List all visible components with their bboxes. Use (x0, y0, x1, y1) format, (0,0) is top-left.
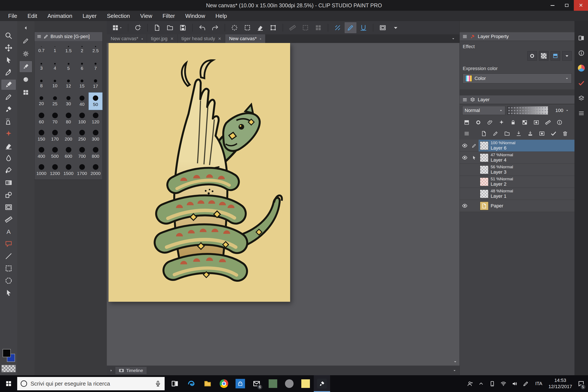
redo-button[interactable] (210, 22, 221, 33)
brush-size-700[interactable]: 700 (75, 144, 89, 162)
tab-close-icon[interactable]: × (170, 36, 174, 42)
rotate-canvas-button[interactable] (132, 22, 143, 33)
layer-row-layer-6[interactable]: 100 %NormalLayer 6 (460, 140, 575, 152)
hidden-icons-tray-icon[interactable] (476, 375, 486, 392)
materials-button[interactable] (20, 87, 32, 98)
balloon-tool[interactable] (2, 239, 16, 249)
menu-selection[interactable]: Selection (102, 11, 135, 21)
action-center-button[interactable]: 5 (574, 375, 588, 392)
new-vector-layer-button[interactable] (490, 129, 500, 138)
brush-size-40[interactable]: 40 (75, 93, 89, 110)
brush-size-70[interactable]: 70 (48, 110, 62, 127)
save-file-button[interactable] (177, 22, 188, 33)
task-view-button[interactable] (167, 375, 183, 392)
brush-size-30[interactable]: 30 (62, 93, 75, 110)
panel-menu-icon[interactable] (37, 34, 42, 39)
navigator-button[interactable] (20, 74, 32, 85)
canvas-tab[interactable]: tiger.jpg× (147, 34, 178, 43)
object-tool[interactable] (2, 288, 16, 298)
edge-button[interactable] (183, 375, 200, 392)
create-mask-button[interactable] (537, 129, 547, 138)
brush-size-150[interactable]: 150 (34, 127, 48, 144)
brush-size-600[interactable]: 600 (62, 144, 75, 162)
canvas-area[interactable] (107, 43, 460, 366)
tool-settings-button[interactable] (20, 48, 32, 59)
opacity-stepper[interactable] (566, 109, 569, 112)
brush-size-10[interactable]: 10 (48, 76, 62, 93)
layer-row-layer-2[interactable]: 51 %NormalLayer 2 (460, 176, 575, 188)
taskbar-clock[interactable]: 14:53 12/12/2017 (546, 378, 574, 390)
menu-edit[interactable]: Edit (22, 11, 42, 21)
menu-window[interactable]: Window (180, 11, 210, 21)
transparent-color-swatch[interactable] (2, 365, 16, 372)
menu-help[interactable]: Help (210, 11, 232, 21)
layer-row-layer-4[interactable]: 47 %NormalLayer 4 (460, 152, 575, 164)
effect-expand-button[interactable] (562, 51, 572, 60)
gradient-tool[interactable] (2, 178, 16, 188)
palette-settings-button[interactable] (462, 129, 472, 138)
selection-launcher-button[interactable] (268, 22, 279, 33)
fill-tool[interactable] (2, 166, 16, 175)
menu-file[interactable]: File (3, 11, 22, 21)
workspace-button[interactable] (110, 22, 124, 33)
brush-size-1200[interactable]: 1200 (48, 162, 62, 178)
brush-size-15[interactable]: 15 (75, 76, 89, 93)
layer-row-main[interactable]: Paper (478, 200, 575, 212)
taskbar-search[interactable]: Scrivi qui per eseguire la ricerca (17, 377, 164, 390)
dock-collapse-button[interactable] (20, 23, 32, 33)
layer-visibility-toggle[interactable] (460, 176, 470, 188)
brush-size-1000[interactable]: 1000 (34, 162, 48, 178)
brush-size-2_5[interactable]: 2.5 (89, 41, 102, 58)
brush-size-50[interactable]: 50 (89, 93, 102, 110)
new-raster-layer-button[interactable] (478, 129, 489, 138)
layer-color-button[interactable] (550, 51, 560, 60)
layer-visibility-toggle[interactable] (460, 140, 470, 152)
expression-color-dropdown[interactable]: Color (463, 74, 572, 84)
panel-menu-icon[interactable] (462, 34, 468, 39)
select-dots-button[interactable] (229, 22, 240, 33)
brush-size-400[interactable]: 400 (34, 144, 48, 162)
brush-size-25[interactable]: 25 (48, 93, 62, 110)
layer-visibility-toggle[interactable] (460, 164, 470, 176)
brush-tool[interactable] (2, 104, 16, 114)
layer-visibility-toggle[interactable] (460, 200, 470, 212)
layer-visibility-toggle[interactable] (460, 152, 470, 164)
ruler-tool[interactable] (2, 215, 16, 224)
layers-palette-button[interactable] (576, 93, 586, 103)
app-gray-button[interactable] (281, 375, 298, 392)
airbrush-tool[interactable] (2, 117, 16, 126)
brush-size-2[interactable]: 2 (75, 41, 89, 58)
subtool-pen-button[interactable] (20, 36, 32, 46)
open-file-button[interactable] (164, 22, 176, 33)
brush-size-1_5[interactable]: 1.5 (62, 41, 75, 58)
layer-row-layer-3[interactable]: 56 %NormalLayer 3 (460, 164, 575, 176)
canvas-tab[interactable]: New canvas*● (107, 34, 147, 43)
layer-row-main[interactable]: 48 %NormalLayer 1 (478, 188, 575, 200)
tab-list-dropdown[interactable] (449, 36, 458, 42)
keyframe-button[interactable] (496, 118, 506, 127)
timeline-collapse-button[interactable] (107, 368, 116, 372)
palette-list-button[interactable] (576, 108, 586, 118)
brush-size-3[interactable]: 3 (34, 58, 48, 76)
minimize-button[interactable] (546, 0, 560, 11)
transfer-down-button[interactable] (514, 129, 524, 138)
canvas-tab[interactable]: tiger head study× (178, 34, 225, 43)
stylus-tray-icon[interactable] (520, 375, 531, 392)
brush-size-1[interactable]: 1 (48, 41, 62, 58)
snap-to-special-ruler-button[interactable] (345, 22, 356, 33)
pencil-tool[interactable] (2, 92, 16, 102)
canvas-scroll-caret[interactable] (453, 360, 457, 364)
brush-size-7[interactable]: 7 (89, 58, 102, 76)
network-tray-icon[interactable] (498, 375, 509, 392)
menu-animation[interactable]: Animation (42, 11, 78, 21)
switch-panes-button[interactable] (576, 33, 586, 43)
clip-studio-paint-button[interactable] (314, 375, 330, 392)
brush-size-170[interactable]: 170 (48, 127, 62, 144)
brush-size-100[interactable]: 100 (75, 110, 89, 127)
reference-layer-button[interactable] (554, 118, 564, 127)
palette-color-button[interactable] (462, 118, 472, 127)
apply-mask-button[interactable] (548, 129, 558, 138)
brush-size-17[interactable]: 17 (89, 76, 102, 93)
eyedropper-tool[interactable] (2, 68, 16, 77)
operation-tool[interactable] (2, 56, 16, 65)
